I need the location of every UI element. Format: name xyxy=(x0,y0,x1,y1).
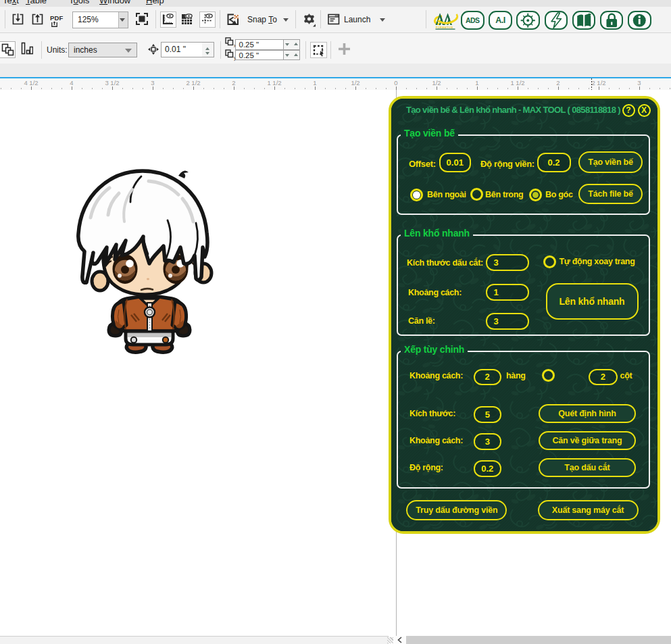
svg-text:FORMATIVE: FORMATIVE xyxy=(436,26,453,29)
